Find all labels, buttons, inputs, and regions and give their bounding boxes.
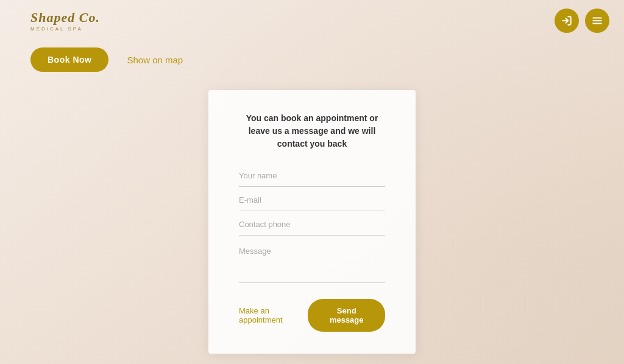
login-icon — [561, 15, 572, 26]
login-icon-button[interactable] — [555, 9, 579, 33]
message-field-group — [239, 238, 385, 285]
book-now-button[interactable]: Book Now — [30, 47, 108, 72]
phone-field-group — [239, 214, 385, 238]
header: Shaped Co. MEDICAL SPA — [0, 0, 624, 41]
card-title: You can book an appointment or leave us … — [239, 112, 385, 150]
contact-card: You can book an appointment or leave us … — [208, 90, 416, 354]
show-on-map-link[interactable]: Show on map — [127, 55, 183, 65]
logo-title: Shaped Co. — [30, 10, 100, 26]
name-input[interactable] — [239, 165, 385, 187]
nav-area: Book Now Show on map — [0, 41, 624, 84]
main-content: You can book an appointment or leave us … — [0, 84, 624, 354]
form-actions: Make an appointment Send message — [239, 299, 385, 332]
menu-icon — [592, 15, 603, 26]
message-textarea[interactable] — [239, 240, 385, 283]
logo-subtitle: MEDICAL SPA — [30, 26, 100, 32]
menu-icon-button[interactable] — [585, 9, 609, 33]
send-message-button[interactable]: Send message — [308, 299, 385, 332]
name-field-group — [239, 165, 385, 189]
phone-input[interactable] — [239, 214, 385, 236]
header-icons — [555, 9, 609, 33]
email-input[interactable] — [239, 189, 385, 211]
email-field-group — [239, 189, 385, 214]
make-appointment-link[interactable]: Make an appointment — [239, 306, 308, 324]
logo: Shaped Co. MEDICAL SPA — [30, 10, 100, 32]
